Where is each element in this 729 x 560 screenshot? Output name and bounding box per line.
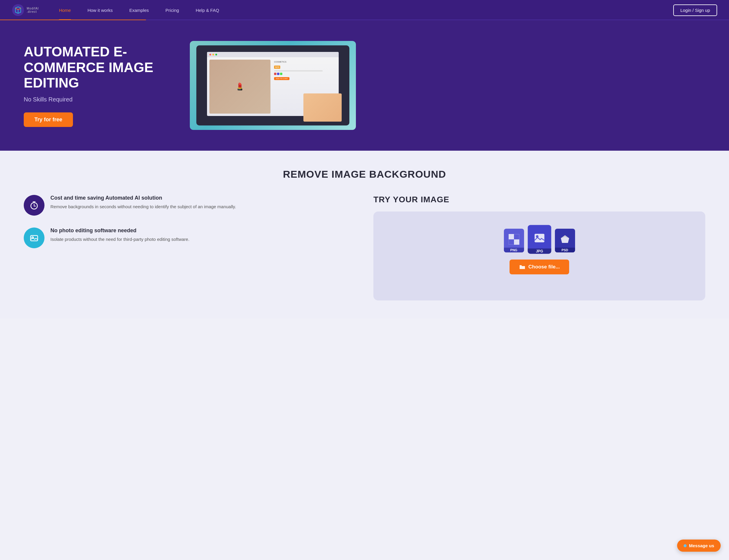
hero-content: AUTOMATED E-COMMERCE IMAGE EDITING No Sk… bbox=[24, 44, 178, 127]
diamond-icon bbox=[560, 234, 570, 245]
svg-rect-5 bbox=[514, 239, 519, 245]
swatch-red bbox=[274, 73, 276, 75]
png-icon: PNG bbox=[504, 229, 524, 252]
png-label: PNG bbox=[504, 248, 524, 252]
file-formats: PNG JPG bbox=[504, 226, 575, 252]
try-column: TRY YOUR IMAGE PNG bbox=[373, 195, 705, 300]
hero-screenshot: 💄 COSMETICS $29 ADD TO CART bbox=[190, 41, 356, 130]
logo-text: ModifAI .direct bbox=[27, 7, 39, 13]
navbar: ModifAI .direct Home How it works Exampl… bbox=[0, 0, 729, 20]
swatch-blue bbox=[277, 73, 279, 75]
hand-visual bbox=[303, 93, 342, 122]
navbar-divider bbox=[0, 20, 729, 20]
screen-dot-red bbox=[209, 54, 211, 55]
hero-title: AUTOMATED E-COMMERCE IMAGE EDITING bbox=[24, 44, 178, 91]
feature-heading-1: Cost and time saving Automated AI soluti… bbox=[50, 195, 236, 201]
hero-image: 💄 COSMETICS $29 ADD TO CART bbox=[190, 41, 356, 130]
file-card-png: PNG bbox=[504, 229, 524, 252]
section-content: Cost and time saving Automated AI soluti… bbox=[24, 195, 705, 300]
file-card-jpg: JPG bbox=[528, 225, 551, 254]
image-icon bbox=[534, 232, 545, 244]
remove-bg-section: REMOVE IMAGE BACKGROUND Cost and time sa… bbox=[0, 151, 729, 318]
timer-icon bbox=[29, 201, 39, 210]
screen-dot-yellow bbox=[212, 54, 214, 55]
logo-name: ModifAI bbox=[27, 7, 39, 10]
laptop-mockup: 💄 COSMETICS $29 ADD TO CART bbox=[196, 45, 349, 125]
screen-dot-green bbox=[215, 54, 217, 55]
try-for-free-button[interactable]: Try for free bbox=[24, 112, 73, 127]
file-card-psd: PSD bbox=[555, 229, 575, 252]
feature-text-2: No photo editing software needed Isolate… bbox=[50, 227, 190, 243]
feature-body-1: Remove backgrounds in seconds without ne… bbox=[50, 203, 236, 210]
logo-sub: .direct bbox=[27, 10, 39, 13]
svg-rect-4 bbox=[509, 234, 514, 239]
hero-section: AUTOMATED E-COMMERCE IMAGE EDITING No Sk… bbox=[0, 20, 729, 151]
login-button[interactable]: Login / Sign up bbox=[673, 4, 717, 16]
product-category: COSMETICS bbox=[274, 61, 335, 63]
feature-text-1: Cost and time saving Automated AI soluti… bbox=[50, 195, 236, 210]
svg-rect-7 bbox=[534, 234, 544, 242]
feature-heading-2: No photo editing software needed bbox=[50, 227, 190, 234]
feature-body-2: Isolate products without the need for th… bbox=[50, 236, 190, 243]
product-price: $29 bbox=[274, 66, 280, 69]
feature-icon-photo bbox=[24, 227, 44, 248]
features-column: Cost and time saving Automated AI soluti… bbox=[24, 195, 356, 248]
photo-icon bbox=[29, 233, 39, 243]
logo-icon bbox=[12, 4, 24, 16]
nav-links: Home How it works Examples Pricing Help … bbox=[51, 0, 673, 20]
section-title: REMOVE IMAGE BACKGROUND bbox=[24, 168, 705, 180]
feature-icon-timer bbox=[24, 195, 44, 216]
swatch-green bbox=[280, 73, 282, 75]
nav-help-faq[interactable]: Help & FAQ bbox=[187, 0, 227, 20]
screen-topbar bbox=[207, 52, 338, 57]
choose-file-label: Choose file... bbox=[529, 264, 560, 270]
nav-how-it-works[interactable]: How it works bbox=[79, 0, 121, 20]
rating-bar bbox=[274, 70, 323, 71]
nav-examples[interactable]: Examples bbox=[121, 0, 157, 20]
feature-item-2: No photo editing software needed Isolate… bbox=[24, 227, 356, 248]
choose-file-button[interactable]: Choose file... bbox=[510, 260, 569, 274]
logo[interactable]: ModifAI .direct bbox=[12, 4, 39, 16]
folder-icon bbox=[519, 264, 526, 270]
jpg-icon: JPG bbox=[528, 225, 551, 254]
hero-subtitle: No Skills Required bbox=[24, 96, 178, 103]
nav-pricing[interactable]: Pricing bbox=[157, 0, 187, 20]
feature-item-1: Cost and time saving Automated AI soluti… bbox=[24, 195, 356, 216]
psd-label: PSD bbox=[555, 248, 575, 252]
jpg-label: JPG bbox=[528, 249, 551, 254]
color-swatches bbox=[274, 73, 335, 75]
psd-icon: PSD bbox=[555, 229, 575, 252]
cosmetics-image: 💄 bbox=[209, 60, 270, 114]
add-to-cart: ADD TO CART bbox=[274, 77, 289, 80]
checkerboard-icon bbox=[509, 234, 519, 245]
upload-area[interactable]: PNG JPG bbox=[373, 211, 705, 300]
nav-home[interactable]: Home bbox=[51, 0, 79, 20]
navbar-actions: Login / Sign up bbox=[673, 4, 717, 16]
try-title: TRY YOUR IMAGE bbox=[373, 195, 449, 204]
